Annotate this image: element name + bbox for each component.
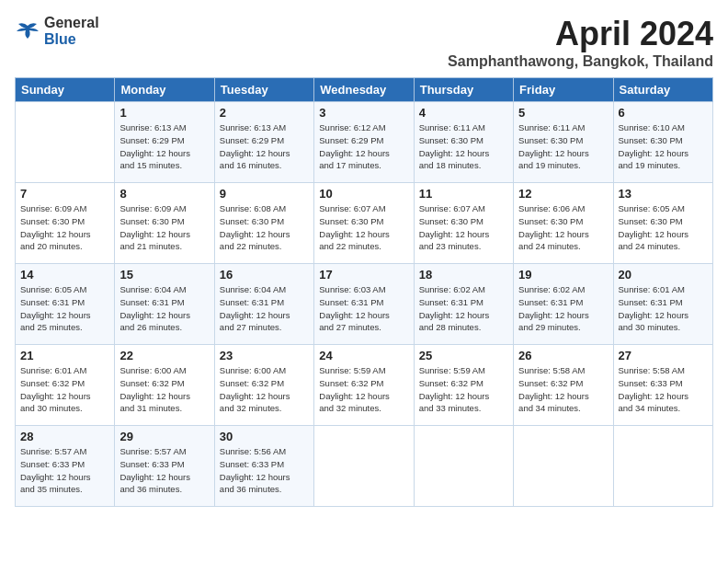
calendar-day-cell: 7Sunrise: 6:09 AM Sunset: 6:30 PM Daylig… — [16, 183, 115, 264]
calendar-day-cell: 18Sunrise: 6:02 AM Sunset: 6:31 PM Dayli… — [414, 264, 513, 345]
calendar-day-cell: 12Sunrise: 6:06 AM Sunset: 6:30 PM Dayli… — [514, 183, 613, 264]
day-info: Sunrise: 6:08 AM Sunset: 6:30 PM Dayligh… — [220, 202, 309, 253]
weekday-header-cell: Sunday — [16, 78, 115, 102]
day-info: Sunrise: 6:01 AM Sunset: 6:31 PM Dayligh… — [619, 283, 708, 334]
day-number: 7 — [20, 187, 109, 201]
calendar-day-cell: 10Sunrise: 6:07 AM Sunset: 6:30 PM Dayli… — [314, 183, 414, 264]
day-info: Sunrise: 6:01 AM Sunset: 6:32 PM Dayligh… — [20, 364, 109, 415]
day-number: 29 — [119, 430, 209, 443]
day-info: Sunrise: 6:10 AM Sunset: 6:30 PM Dayligh… — [619, 121, 708, 172]
day-info: Sunrise: 6:09 AM Sunset: 6:30 PM Dayligh… — [20, 202, 109, 253]
calendar-day-cell: 16Sunrise: 6:04 AM Sunset: 6:31 PM Dayli… — [214, 264, 313, 345]
calendar-body: 1Sunrise: 6:13 AM Sunset: 6:29 PM Daylig… — [16, 102, 713, 507]
day-info: Sunrise: 6:11 AM Sunset: 6:30 PM Dayligh… — [518, 121, 608, 172]
empty-cell — [314, 426, 414, 507]
day-info: Sunrise: 6:00 AM Sunset: 6:32 PM Dayligh… — [220, 364, 309, 415]
calendar-week-row: 1Sunrise: 6:13 AM Sunset: 6:29 PM Daylig… — [16, 102, 713, 183]
calendar-day-cell: 11Sunrise: 6:07 AM Sunset: 6:30 PM Dayli… — [414, 183, 513, 264]
day-number: 23 — [220, 349, 309, 362]
day-number: 22 — [119, 349, 209, 362]
day-info: Sunrise: 6:05 AM Sunset: 6:30 PM Dayligh… — [619, 202, 708, 253]
day-number: 28 — [20, 430, 109, 443]
calendar-day-cell: 23Sunrise: 6:00 AM Sunset: 6:32 PM Dayli… — [214, 345, 313, 426]
calendar-day-cell: 9Sunrise: 6:08 AM Sunset: 6:30 PM Daylig… — [214, 183, 313, 264]
day-number: 13 — [619, 187, 708, 201]
day-number: 30 — [220, 430, 309, 443]
day-number: 9 — [220, 187, 309, 201]
day-number: 6 — [619, 106, 708, 120]
day-number: 3 — [319, 106, 408, 120]
day-info: Sunrise: 6:11 AM Sunset: 6:30 PM Dayligh… — [419, 121, 508, 172]
day-number: 17 — [319, 268, 408, 282]
weekday-header-cell: Monday — [115, 78, 214, 102]
day-number: 21 — [20, 349, 109, 362]
day-info: Sunrise: 5:59 AM Sunset: 6:32 PM Dayligh… — [319, 364, 408, 415]
logo-general: General — [44, 15, 99, 30]
calendar-week-row: 28Sunrise: 5:57 AM Sunset: 6:33 PM Dayli… — [16, 426, 713, 507]
day-info: Sunrise: 6:09 AM Sunset: 6:30 PM Dayligh… — [119, 202, 209, 253]
calendar-day-cell: 1Sunrise: 6:13 AM Sunset: 6:29 PM Daylig… — [115, 102, 214, 183]
day-number: 2 — [220, 106, 309, 120]
day-number: 27 — [619, 349, 708, 362]
day-number: 24 — [319, 349, 408, 362]
calendar-day-cell: 8Sunrise: 6:09 AM Sunset: 6:30 PM Daylig… — [115, 183, 214, 264]
month-title: April 2024 — [448, 15, 713, 53]
location: Samphanthawong, Bangkok, Thailand — [448, 53, 713, 70]
calendar-day-cell: 14Sunrise: 6:05 AM Sunset: 6:31 PM Dayli… — [16, 264, 115, 345]
calendar-day-cell: 4Sunrise: 6:11 AM Sunset: 6:30 PM Daylig… — [414, 102, 513, 183]
day-info: Sunrise: 6:13 AM Sunset: 6:29 PM Dayligh… — [220, 121, 309, 172]
page-header: General Blue April 2024 Samphanthawong, … — [15, 15, 713, 70]
calendar-day-cell: 3Sunrise: 6:12 AM Sunset: 6:29 PM Daylig… — [314, 102, 414, 183]
calendar-day-cell: 25Sunrise: 5:59 AM Sunset: 6:32 PM Dayli… — [414, 345, 513, 426]
day-number: 18 — [419, 268, 508, 282]
weekday-header-cell: Wednesday — [314, 78, 414, 102]
empty-cell — [414, 426, 513, 507]
calendar-day-cell: 27Sunrise: 5:58 AM Sunset: 6:33 PM Dayli… — [613, 345, 712, 426]
day-info: Sunrise: 6:07 AM Sunset: 6:30 PM Dayligh… — [319, 202, 408, 253]
logo: General Blue — [15, 15, 99, 48]
day-number: 1 — [119, 106, 209, 120]
day-number: 11 — [419, 187, 508, 201]
day-number: 5 — [518, 106, 608, 120]
calendar-week-row: 21Sunrise: 6:01 AM Sunset: 6:32 PM Dayli… — [16, 345, 713, 426]
day-info: Sunrise: 5:57 AM Sunset: 6:33 PM Dayligh… — [20, 445, 109, 496]
calendar-day-cell: 22Sunrise: 6:00 AM Sunset: 6:32 PM Dayli… — [115, 345, 214, 426]
weekday-header-cell: Friday — [514, 78, 613, 102]
calendar-day-cell: 17Sunrise: 6:03 AM Sunset: 6:31 PM Dayli… — [314, 264, 414, 345]
day-number: 19 — [518, 268, 608, 282]
day-info: Sunrise: 5:59 AM Sunset: 6:32 PM Dayligh… — [419, 364, 508, 415]
day-number: 14 — [20, 268, 109, 282]
calendar-week-row: 7Sunrise: 6:09 AM Sunset: 6:30 PM Daylig… — [16, 183, 713, 264]
weekday-header-cell: Thursday — [414, 78, 513, 102]
day-info: Sunrise: 6:04 AM Sunset: 6:31 PM Dayligh… — [220, 283, 309, 334]
day-info: Sunrise: 6:06 AM Sunset: 6:30 PM Dayligh… — [518, 202, 608, 253]
day-info: Sunrise: 6:04 AM Sunset: 6:31 PM Dayligh… — [119, 283, 209, 334]
calendar-day-cell: 19Sunrise: 6:02 AM Sunset: 6:31 PM Dayli… — [514, 264, 613, 345]
day-number: 16 — [220, 268, 309, 282]
calendar-day-cell: 20Sunrise: 6:01 AM Sunset: 6:31 PM Dayli… — [613, 264, 712, 345]
day-info: Sunrise: 6:13 AM Sunset: 6:29 PM Dayligh… — [119, 121, 209, 172]
day-number: 26 — [518, 349, 608, 362]
day-info: Sunrise: 5:58 AM Sunset: 6:33 PM Dayligh… — [619, 364, 708, 415]
calendar-week-row: 14Sunrise: 6:05 AM Sunset: 6:31 PM Dayli… — [16, 264, 713, 345]
day-info: Sunrise: 6:02 AM Sunset: 6:31 PM Dayligh… — [419, 283, 508, 334]
calendar-day-cell: 13Sunrise: 6:05 AM Sunset: 6:30 PM Dayli… — [613, 183, 712, 264]
calendar-day-cell: 30Sunrise: 5:56 AM Sunset: 6:33 PM Dayli… — [214, 426, 313, 507]
day-info: Sunrise: 5:56 AM Sunset: 6:33 PM Dayligh… — [220, 445, 309, 496]
day-number: 15 — [119, 268, 209, 282]
calendar-day-cell: 21Sunrise: 6:01 AM Sunset: 6:32 PM Dayli… — [16, 345, 115, 426]
calendar-day-cell: 28Sunrise: 5:57 AM Sunset: 6:33 PM Dayli… — [16, 426, 115, 507]
calendar-day-cell: 6Sunrise: 6:10 AM Sunset: 6:30 PM Daylig… — [613, 102, 712, 183]
logo-icon — [15, 22, 40, 40]
day-info: Sunrise: 6:07 AM Sunset: 6:30 PM Dayligh… — [419, 202, 508, 253]
calendar-day-cell: 5Sunrise: 6:11 AM Sunset: 6:30 PM Daylig… — [514, 102, 613, 183]
logo-blue: Blue — [44, 31, 76, 47]
calendar-day-cell: 2Sunrise: 6:13 AM Sunset: 6:29 PM Daylig… — [214, 102, 313, 183]
day-info: Sunrise: 6:03 AM Sunset: 6:31 PM Dayligh… — [319, 283, 408, 334]
calendar-table: SundayMondayTuesdayWednesdayThursdayFrid… — [15, 77, 713, 507]
title-block: April 2024 Samphanthawong, Bangkok, Thai… — [448, 15, 713, 70]
empty-cell — [613, 426, 712, 507]
day-number: 20 — [619, 268, 708, 282]
calendar-day-cell: 26Sunrise: 5:58 AM Sunset: 6:32 PM Dayli… — [514, 345, 613, 426]
weekday-header-cell: Saturday — [613, 78, 712, 102]
